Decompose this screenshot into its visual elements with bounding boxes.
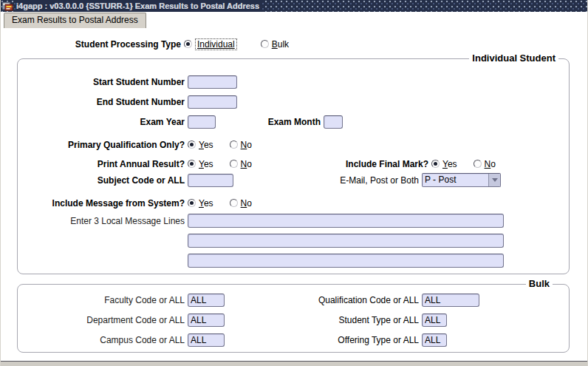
print-annual-result-no-label: No xyxy=(241,159,252,169)
primary-qualification-no-label: No xyxy=(241,140,252,150)
print-annual-result-no[interactable]: No xyxy=(230,159,252,169)
primary-qualification-no-circle[interactable] xyxy=(230,140,238,149)
chevron-down-icon xyxy=(492,178,498,182)
tab-exam-results[interactable]: Exam Results to Postal Address xyxy=(4,13,146,28)
department-code-label: Department Code or ALL xyxy=(18,315,188,325)
include-message-no-circle[interactable] xyxy=(230,199,238,207)
exam-month-input[interactable] xyxy=(324,115,343,129)
bulk-title: Bulk xyxy=(526,278,553,289)
offering-type-input[interactable] xyxy=(422,333,447,347)
radio-individual-focus: Individual xyxy=(195,38,237,50)
radio-individual[interactable]: Individual xyxy=(184,38,237,50)
processing-type-row: Student Processing Type Individual Bulk xyxy=(1,37,588,51)
offering-type-label: Offering Type or ALL xyxy=(284,335,422,345)
message-line-3-input[interactable] xyxy=(188,254,504,268)
qualification-code-label: Qualification Code or ALL xyxy=(284,295,422,305)
individual-student-groupbox: Individual Student Start Student Number … xyxy=(17,58,570,274)
include-message-row: Include Message from System? Yes No xyxy=(18,196,569,210)
start-student-number-input[interactable] xyxy=(188,75,237,89)
radio-individual-circle[interactable] xyxy=(184,40,192,48)
campus-code-input[interactable] xyxy=(188,333,225,347)
subject-code-label: Subject Code or ALL xyxy=(18,175,188,186)
include-final-mark-yes[interactable]: Yes xyxy=(431,159,457,169)
include-message-no[interactable]: No xyxy=(230,198,252,209)
include-final-mark-yes-circle[interactable] xyxy=(431,160,440,168)
student-type-label: Student Type or ALL xyxy=(284,315,422,325)
primary-qualification-yes-circle[interactable] xyxy=(188,140,196,149)
include-message-radio-group: Yes No xyxy=(188,198,268,209)
include-message-yes-circle[interactable] xyxy=(188,199,196,207)
email-post-dropdown-button[interactable] xyxy=(488,174,500,186)
primary-qualification-yes-label: Yes xyxy=(199,140,213,150)
email-post-label: E-Mail, Post or Both xyxy=(284,175,422,186)
processing-type-radio-group: Individual Bulk xyxy=(184,38,305,50)
message-line-1-row: Enter 3 Local Message Lines xyxy=(18,214,569,228)
radio-bulk[interactable]: Bulk xyxy=(261,39,289,50)
print-annual-result-yes-circle[interactable] xyxy=(188,160,196,168)
department-studenttype-row: Department Code or ALL Student Type or A… xyxy=(18,313,569,327)
include-message-label: Include Message from System? xyxy=(18,198,188,209)
end-student-number-label: End Student Number xyxy=(18,97,188,107)
app-window: i4gapp : v03.0.0.0 {SSTURR-1} Exam Resul… xyxy=(0,0,588,366)
window-title: i4gapp : v03.0.0.0 {SSTURR-1} Exam Resul… xyxy=(16,0,262,12)
window-bottom-edge xyxy=(1,361,588,366)
title-bar: i4gapp : v03.0.0.0 {SSTURR-1} Exam Resul… xyxy=(1,0,588,12)
faculty-qualification-row: Faculty Code or ALL Qualification Code o… xyxy=(18,293,569,307)
campus-code-label: Campus Code or ALL xyxy=(18,335,188,345)
exam-year-label: Exam Year xyxy=(18,117,188,127)
print-annual-result-no-circle[interactable] xyxy=(230,160,238,168)
include-message-yes[interactable]: Yes xyxy=(188,198,213,209)
email-post-select[interactable]: P - Post xyxy=(422,173,501,187)
primary-qualification-radio-group: Yes No xyxy=(188,140,268,150)
radio-individual-label: Individual xyxy=(197,39,235,50)
end-student-number-input[interactable] xyxy=(188,95,237,109)
subject-code-row: Subject Code or ALL E-Mail, Post or Both… xyxy=(18,173,569,187)
primary-qualification-no[interactable]: No xyxy=(230,140,252,150)
include-final-mark-no-label: No xyxy=(485,159,496,169)
exam-month-label: Exam Month xyxy=(216,117,324,127)
print-annual-result-label: Print Annual Result? xyxy=(18,159,188,169)
email-post-group: E-Mail, Post or Both P - Post xyxy=(284,173,501,187)
start-student-number-row: Start Student Number xyxy=(18,75,569,89)
tab-bar: Exam Results to Postal Address xyxy=(1,12,588,28)
include-final-mark-yes-label: Yes xyxy=(442,159,457,169)
message-line-2-row xyxy=(18,234,569,248)
message-line-1-input[interactable] xyxy=(188,214,504,228)
app-icon xyxy=(2,1,13,11)
include-message-no-label: No xyxy=(241,198,252,209)
qualification-code-input[interactable] xyxy=(422,294,479,307)
message-line-2-input[interactable] xyxy=(188,234,504,248)
email-post-selected-value: P - Post xyxy=(423,174,488,186)
bulk-groupbox: Bulk Faculty Code or ALL Qualification C… xyxy=(17,284,570,353)
start-student-number-label: Start Student Number xyxy=(18,77,188,87)
faculty-code-label: Faculty Code or ALL xyxy=(18,295,188,305)
exam-year-input[interactable] xyxy=(188,115,216,129)
include-final-mark-label: Include Final Mark? xyxy=(284,159,431,169)
department-code-input[interactable] xyxy=(188,314,225,327)
print-annual-result-yes[interactable]: Yes xyxy=(188,159,213,169)
message-line-3-row xyxy=(18,254,569,268)
include-final-mark-no[interactable]: No xyxy=(474,159,496,169)
form-canvas: Student Processing Type Individual Bulk … xyxy=(1,28,588,361)
include-final-mark-no-circle[interactable] xyxy=(474,160,482,168)
include-message-yes-label: Yes xyxy=(199,198,213,209)
individual-student-title: Individual Student xyxy=(469,52,558,64)
end-student-number-row: End Student Number xyxy=(18,95,569,109)
radio-bulk-circle[interactable] xyxy=(261,40,269,48)
processing-type-label: Student Processing Type xyxy=(1,39,184,50)
print-annual-result-yes-label: Yes xyxy=(199,159,213,169)
subject-code-input[interactable] xyxy=(188,174,233,187)
include-final-mark-group: Include Final Mark? Yes No xyxy=(284,159,512,169)
primary-qualification-label: Primary Qualification Only? xyxy=(18,140,188,150)
primary-qualification-row: Primary Qualification Only? Yes No xyxy=(18,138,569,152)
exam-year-month-row: Exam Year Exam Month xyxy=(18,115,569,129)
print-annual-result-row: Print Annual Result? Yes No Include Fina… xyxy=(18,157,569,171)
primary-qualification-yes[interactable]: Yes xyxy=(188,140,213,150)
radio-bulk-label: Bulk xyxy=(272,39,289,50)
student-type-input[interactable] xyxy=(422,314,447,327)
print-annual-result-radio-group: Yes No xyxy=(188,159,268,169)
campus-offeringtype-row: Campus Code or ALL Offering Type or ALL xyxy=(18,333,569,347)
message-lines-label: Enter 3 Local Message Lines xyxy=(18,216,188,226)
faculty-code-input[interactable] xyxy=(188,294,225,307)
